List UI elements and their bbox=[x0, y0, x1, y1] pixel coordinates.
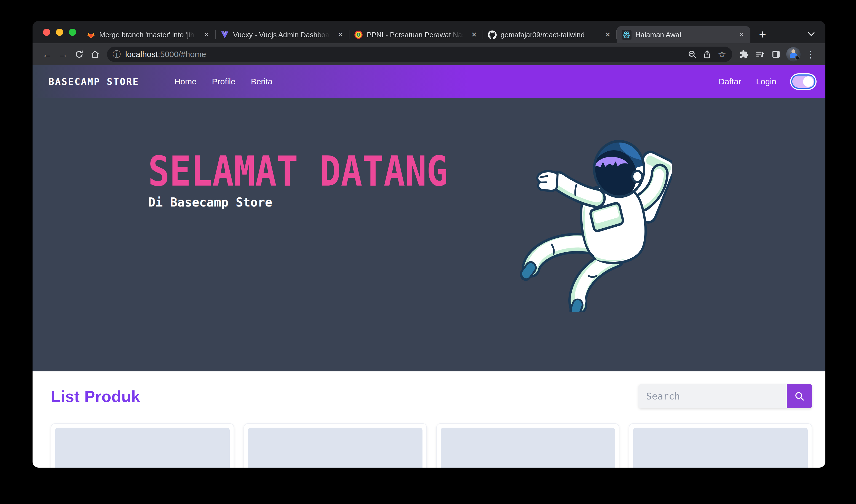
product-card-grid bbox=[51, 423, 812, 468]
react-icon bbox=[622, 30, 631, 40]
profile-avatar[interactable] bbox=[786, 47, 801, 61]
page-title: List Produk bbox=[51, 387, 140, 406]
traffic-light-zoom[interactable] bbox=[69, 29, 76, 36]
tab-title: Vuexy - Vuejs Admin Dashboar bbox=[233, 31, 332, 39]
site-nav-actions: Daftar Login bbox=[719, 74, 816, 89]
product-card[interactable] bbox=[244, 423, 427, 468]
search-icon bbox=[794, 391, 805, 402]
github-icon bbox=[488, 30, 497, 39]
close-icon[interactable]: ✕ bbox=[335, 30, 345, 40]
astronaut-illustration bbox=[518, 136, 672, 312]
product-card[interactable] bbox=[629, 423, 812, 468]
nav-link-login[interactable]: Login bbox=[756, 77, 776, 86]
reload-icon[interactable] bbox=[71, 46, 87, 62]
product-image-placeholder bbox=[441, 428, 615, 468]
bookmark-star-icon[interactable]: ☆ bbox=[715, 46, 729, 62]
product-card[interactable] bbox=[51, 423, 234, 468]
hero-title: SELAMAT DATANG bbox=[148, 149, 448, 194]
dark-mode-toggle[interactable] bbox=[791, 74, 816, 89]
tab-strip: Merge branch 'master' into 'jih ✕ Vuexy … bbox=[33, 21, 825, 43]
tab-github-repo[interactable]: gemafajar09/react-tailwind ✕ bbox=[483, 26, 617, 43]
browser-window: Merge branch 'master' into 'jih ✕ Vuexy … bbox=[33, 21, 825, 468]
nav-link-berita[interactable]: Berita bbox=[251, 77, 272, 86]
new-tab-button[interactable]: + bbox=[755, 27, 770, 42]
nav-link-profile[interactable]: Profile bbox=[212, 77, 235, 86]
search-widget bbox=[638, 384, 812, 408]
products-section: List Produk bbox=[33, 372, 825, 468]
hero-subtitle: Di Basecamp Store bbox=[148, 195, 497, 209]
url-host: localhost bbox=[125, 50, 158, 59]
close-icon[interactable]: ✕ bbox=[736, 30, 747, 40]
product-image-placeholder bbox=[633, 428, 808, 468]
product-image-placeholder bbox=[55, 428, 230, 468]
browser-menu-icon[interactable]: ⋮ bbox=[803, 46, 819, 62]
tab-title: Merge branch 'master' into 'jih bbox=[99, 31, 198, 39]
back-icon[interactable]: ← bbox=[39, 46, 55, 62]
url-text: localhost:5000/#home bbox=[125, 50, 206, 59]
share-icon[interactable] bbox=[700, 46, 715, 62]
site-navbar: BASECAMP STORE Home Profile Berita Dafta… bbox=[33, 65, 825, 98]
site-info-icon[interactable]: ⓘ bbox=[112, 49, 121, 60]
close-icon[interactable]: ✕ bbox=[469, 30, 479, 40]
media-controls-icon[interactable] bbox=[752, 46, 768, 62]
product-card[interactable] bbox=[436, 423, 620, 468]
tab-ppni[interactable]: PPNI - Persatuan Perawat Nasi ✕ bbox=[349, 26, 483, 43]
zoom-icon[interactable] bbox=[685, 46, 700, 62]
traffic-light-minimize[interactable] bbox=[56, 29, 63, 36]
toggle-knob bbox=[803, 76, 814, 87]
desktop-background: { "chrome": { "tabs": [ { "title": "Merg… bbox=[0, 0, 856, 504]
chevron-down-icon[interactable] bbox=[807, 29, 816, 40]
tabs: Merge branch 'master' into 'jih ✕ Vuexy … bbox=[82, 21, 770, 43]
tab-title: Halaman Awal bbox=[636, 31, 733, 39]
gitlab-icon bbox=[87, 30, 95, 39]
site-nav-links: Home Profile Berita bbox=[175, 77, 272, 86]
nav-link-daftar[interactable]: Daftar bbox=[719, 77, 741, 86]
tab-gitlab-merge[interactable]: Merge branch 'master' into 'jih ✕ bbox=[82, 26, 215, 43]
hero-section: SELAMAT DATANG Di Basecamp Store bbox=[33, 98, 825, 372]
window-controls bbox=[33, 21, 76, 43]
close-icon[interactable]: ✕ bbox=[603, 30, 613, 40]
vuexy-icon bbox=[220, 30, 229, 39]
tab-vuexy[interactable]: Vuexy - Vuejs Admin Dashboar ✕ bbox=[215, 26, 349, 43]
products-header: List Produk bbox=[51, 372, 812, 408]
tab-halaman-awal-active[interactable]: Halaman Awal ✕ bbox=[617, 26, 750, 43]
omnibox-actions: ☆ bbox=[685, 46, 729, 62]
url-bar[interactable]: ⓘ localhost:5000/#home ☆ bbox=[107, 47, 732, 62]
close-icon[interactable]: ✕ bbox=[201, 30, 212, 40]
product-image-placeholder bbox=[248, 428, 423, 468]
hero-text: SELAMAT DATANG Di Basecamp Store bbox=[148, 149, 497, 209]
browser-toolbar: ← → ⓘ localhost:5000/#home ☆ bbox=[33, 43, 825, 65]
nav-link-home[interactable]: Home bbox=[175, 77, 197, 86]
home-icon[interactable] bbox=[87, 46, 103, 62]
tab-title: gemafajar09/react-tailwind bbox=[501, 31, 599, 39]
site-brand[interactable]: BASECAMP STORE bbox=[49, 76, 139, 87]
search-input[interactable] bbox=[638, 384, 787, 408]
extensions-puzzle-icon[interactable] bbox=[736, 46, 752, 62]
url-path: :5000/#home bbox=[158, 50, 206, 59]
ppni-icon bbox=[354, 30, 363, 39]
traffic-light-close[interactable] bbox=[43, 29, 50, 36]
side-panel-icon[interactable] bbox=[768, 46, 784, 62]
forward-icon[interactable]: → bbox=[55, 46, 71, 62]
tab-title: PPNI - Persatuan Perawat Nasi bbox=[367, 31, 465, 39]
search-button[interactable] bbox=[787, 384, 812, 408]
